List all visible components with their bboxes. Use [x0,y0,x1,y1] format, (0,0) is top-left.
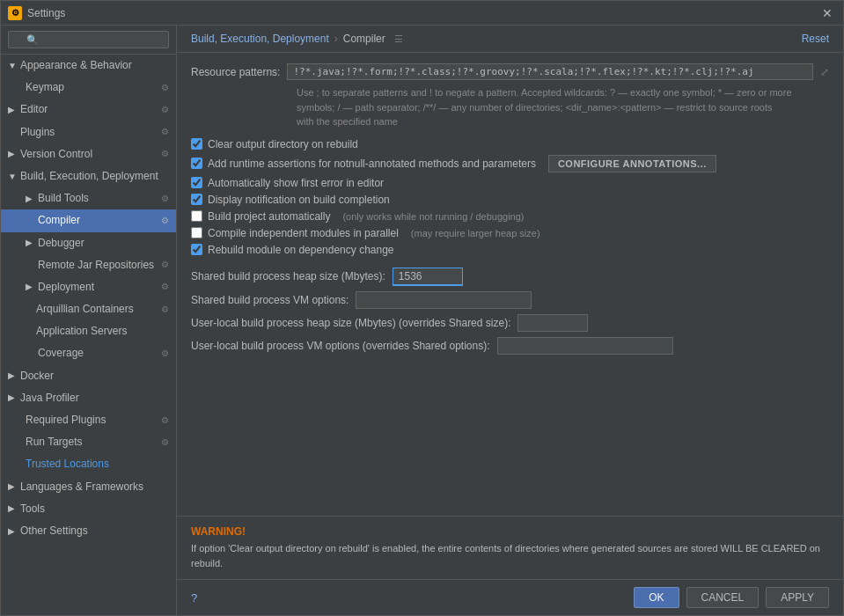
sidebar-item-version-control[interactable]: ▶ Version Control ⚙ [1,143,176,165]
expand-arrow-icon: ▶ [8,391,17,405]
build-auto-label[interactable]: Build project automatically [208,210,330,223]
sidebar-item-tools[interactable]: ▶ Tools [1,498,176,520]
sidebar-item-arquillian[interactable]: Arquillian Containers ⚙ [1,298,176,320]
sidebar: ▼ Appearance & Behavior Keymap ⚙ ▶ Edito… [1,26,177,615]
sidebar-item-appearance[interactable]: ▼ Appearance & Behavior [1,55,176,77]
sidebar-item-other-settings[interactable]: ▶ Other Settings [1,520,176,542]
rebuild-module-checkbox[interactable] [191,244,202,255]
sidebar-item-compiler[interactable]: ▶ Compiler ⚙ [1,209,176,231]
sidebar-item-docker[interactable]: ▶ Docker [1,365,176,387]
breadcrumb-separator: › [334,33,338,45]
resource-patterns-input[interactable] [287,63,813,80]
user-vm-input[interactable] [497,337,673,355]
apply-button[interactable]: APPLY [766,587,829,608]
resource-patterns-label: Resource patterns: [191,63,280,78]
sidebar-item-languages[interactable]: ▶ Languages & Frameworks [1,476,176,498]
sidebar-item-editor[interactable]: ▶ Editor ⚙ [1,99,176,121]
search-input[interactable] [8,31,169,48]
content-area: ▼ Appearance & Behavior Keymap ⚙ ▶ Edito… [1,26,843,615]
build-auto-row: Build project automatically (only works … [191,210,829,223]
breadcrumb-menu-icon[interactable]: ☰ [394,33,403,45]
sidebar-item-app-servers[interactable]: Application Servers [1,320,176,342]
sidebar-item-coverage[interactable]: ▶ Coverage ⚙ [1,342,176,364]
shared-vm-label: Shared build process VM options: [191,294,349,306]
footer-left: ? [191,591,197,605]
user-heap-input[interactable] [517,314,588,332]
shared-heap-row: Shared build process heap size (Mbytes): [191,268,829,286]
sidebar-item-keymap[interactable]: Keymap ⚙ [1,77,176,99]
breadcrumb-build-execution[interactable]: Build, Execution, Deployment [191,33,329,45]
expand-arrow-icon: ▶ [26,280,34,294]
breadcrumb: Build, Execution, Deployment › Compiler … [177,26,843,53]
user-vm-row: User-local build process VM options (ove… [191,337,829,355]
expand-icon[interactable]: ⤢ [820,63,829,78]
auto-first-error-label[interactable]: Automatically show first error in editor [208,177,384,189]
shared-heap-label: Shared build process heap size (Mbytes): [191,270,385,282]
gear-icon: ⚙ [161,436,169,450]
breadcrumb-compiler[interactable]: Compiler [343,33,385,45]
cancel-button[interactable]: CANCEL [686,587,760,608]
help-button[interactable]: ? [191,591,197,605]
compile-parallel-checkbox[interactable] [191,227,202,238]
user-vm-label: User-local build process VM options (ove… [191,340,490,352]
expand-arrow-icon: ▶ [8,480,17,494]
warning-box: WARNING! If option 'Clear output directo… [177,516,843,579]
compile-parallel-label[interactable]: Compile independent modules in parallel [208,227,399,239]
sidebar-search-container [1,26,176,55]
sidebar-item-remote-jar[interactable]: ▶ Remote Jar Repositories ⚙ [1,254,176,276]
auto-first-error-row: Automatically show first error in editor [191,177,829,189]
close-button[interactable]: ✕ [818,4,836,22]
auto-first-error-checkbox[interactable] [191,177,202,188]
gear-icon: ⚙ [161,125,169,139]
gear-icon: ⚙ [161,414,169,428]
build-auto-checkbox[interactable] [191,210,202,222]
display-notification-label[interactable]: Display notification on build completion [208,194,390,206]
main-content: Build, Execution, Deployment › Compiler … [177,26,843,615]
gear-icon: ⚙ [161,303,169,317]
display-notification-row: Display notification on build completion [191,194,829,206]
sidebar-list: ▼ Appearance & Behavior Keymap ⚙ ▶ Edito… [1,55,176,615]
settings-window: ⚙ Settings ✕ ▼ Appearance & Behavior Key… [0,0,844,616]
gear-icon: ⚙ [161,280,169,294]
display-notification-checkbox[interactable] [191,194,202,205]
configure-annotations-button[interactable]: CONFIGURE ANNOTATIONS... [548,155,716,172]
clear-output-label[interactable]: Clear output directory on rebuild [208,138,358,150]
shared-vm-row: Shared build process VM options: [191,291,829,309]
sidebar-item-build-tools[interactable]: ▶ Build Tools ⚙ [1,187,176,209]
build-auto-hint: (only works while not running / debuggin… [342,211,524,222]
gear-icon: ⚙ [161,81,169,95]
sidebar-item-java-profiler[interactable]: ▶ Java Profiler [1,387,176,409]
sidebar-item-run-targets[interactable]: Run Targets ⚙ [1,431,176,453]
reset-button[interactable]: Reset [802,33,829,45]
rebuild-module-label[interactable]: Rebuild module on dependency change [208,244,394,256]
expand-arrow-icon: ▶ [26,236,34,250]
gear-icon: ⚙ [161,192,169,206]
expand-arrow-icon: ▶ [8,103,17,117]
gear-icon: ⚙ [161,214,169,228]
sidebar-item-required-plugins[interactable]: Required Plugins ⚙ [1,409,176,431]
clear-output-checkbox[interactable] [191,138,202,150]
sidebar-item-build-execution[interactable]: ▼ Build, Execution, Deployment [1,165,176,187]
gear-icon: ⚙ [161,347,169,361]
sidebar-item-deployment[interactable]: ▶ Deployment ⚙ [1,276,176,298]
sidebar-item-plugins[interactable]: ▶ Plugins ⚙ [1,121,176,143]
sidebar-item-debugger[interactable]: ▶ Debugger [1,232,176,254]
sidebar-item-trusted-locations[interactable]: Trusted Locations [1,453,176,475]
footer: ? OK CANCEL APPLY [177,579,843,615]
ok-button[interactable]: OK [634,587,679,608]
add-runtime-row: Add runtime assertions for notnull-annot… [191,155,829,172]
expand-arrow-icon: ▶ [8,147,17,161]
clear-output-row: Clear output directory on rebuild [191,138,829,150]
warning-text: If option 'Clear output directory on reb… [191,541,829,570]
hint-text: Use ; to separate patterns and ! to nega… [191,85,829,129]
expand-arrow-icon: ▶ [8,369,17,383]
add-runtime-checkbox[interactable] [191,158,202,169]
shared-heap-input[interactable] [393,268,463,286]
compile-parallel-row: Compile independent modules in parallel … [191,227,829,239]
user-heap-row: User-local build process heap size (Mbyt… [191,314,829,332]
add-runtime-label[interactable]: Add runtime assertions for notnull-annot… [208,158,536,170]
shared-vm-input[interactable] [356,291,532,309]
gear-icon: ⚙ [161,147,169,161]
gear-icon: ⚙ [161,103,169,117]
expand-arrow-icon: ▶ [26,192,34,206]
